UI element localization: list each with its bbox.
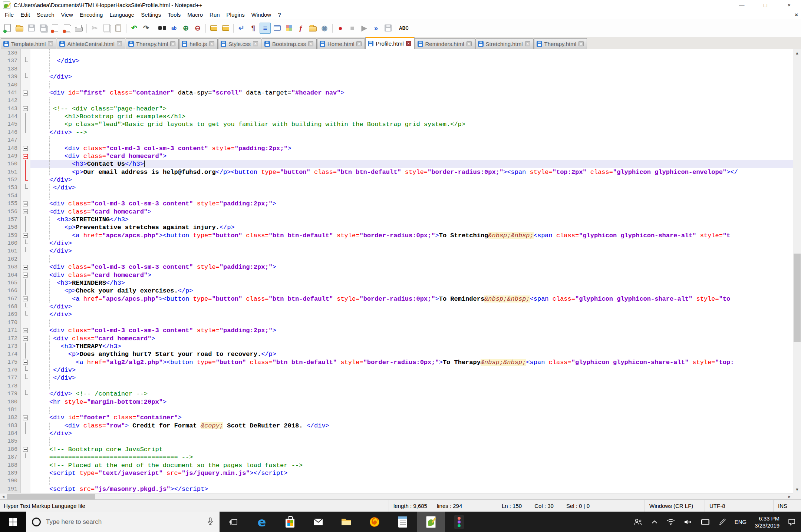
sync-horizontal-scrolling-icon[interactable]: [220, 23, 231, 34]
tab-Template.html[interactable]: Template.html×: [1, 38, 56, 49]
action-center-icon[interactable]: [788, 518, 796, 526]
code-line[interactable]: 141 <div id="first" class="container" da…: [0, 89, 793, 97]
code-line[interactable]: 157 <h3>STRETCHING</h3>: [0, 216, 793, 224]
menu-encoding[interactable]: Encoding: [76, 11, 106, 19]
fold-margin[interactable]: [21, 374, 30, 382]
fold-margin[interactable]: [21, 216, 30, 224]
line-number[interactable]: 150: [0, 160, 21, 168]
close-all-icon[interactable]: [61, 23, 72, 34]
zoom-in-icon[interactable]: ⊕: [180, 23, 191, 34]
line-number[interactable]: 186: [0, 446, 21, 453]
line-number[interactable]: 169: [0, 311, 21, 318]
line-number[interactable]: 168: [0, 303, 21, 311]
fold-margin[interactable]: [21, 176, 30, 184]
fold-margin[interactable]: [21, 113, 30, 120]
macro-play-icon[interactable]: ▶: [359, 23, 370, 34]
scroll-up-icon[interactable]: ▲: [793, 49, 801, 57]
tab-Profile.html[interactable]: Profile.html×: [365, 37, 414, 49]
line-number[interactable]: 140: [0, 81, 21, 89]
menu-macro[interactable]: Macro: [184, 11, 206, 19]
macro-record-icon[interactable]: ●: [335, 23, 346, 34]
fold-margin[interactable]: [21, 430, 30, 437]
indent-guide-icon[interactable]: ≡: [260, 23, 271, 34]
line-number[interactable]: 137: [0, 57, 21, 65]
vertical-scrollbar[interactable]: ▲ ▼: [793, 49, 801, 493]
copy-icon[interactable]: [101, 23, 112, 34]
code-line[interactable]: 145 <p class="lead">Basic grid layouts t…: [0, 120, 793, 128]
code-line[interactable]: 176 </div>: [0, 366, 793, 374]
close-tab-icon[interactable]: ×: [117, 41, 122, 46]
menu-tools[interactable]: Tools: [164, 11, 184, 19]
fold-margin[interactable]: [21, 446, 30, 453]
tab-AthleteCentral.html[interactable]: AthleteCentral.html×: [57, 38, 125, 49]
fold-margin[interactable]: [21, 311, 30, 318]
line-number[interactable]: 158: [0, 224, 21, 231]
code-line[interactable]: 184 </div>: [0, 430, 793, 437]
menu-plugins[interactable]: Plugins: [223, 11, 248, 19]
code-line[interactable]: 146 </div> -->: [0, 129, 793, 136]
code-line[interactable]: 162: [0, 255, 793, 263]
code-editor[interactable]: 136137 </div>138139 </div>140141 <div id…: [0, 49, 801, 493]
fold-margin[interactable]: [21, 422, 30, 430]
horizontal-scrollbar[interactable]: ◄ ►: [0, 493, 793, 499]
code-line[interactable]: 179 </div> <!-- /container -->: [0, 390, 793, 398]
close-tab-icon[interactable]: ×: [356, 41, 362, 46]
code-line[interactable]: 183 <div class="row"> Credit for Format …: [0, 422, 793, 430]
line-number[interactable]: 139: [0, 73, 21, 81]
save-icon[interactable]: [26, 23, 37, 34]
code-line[interactable]: 143 <!-- <div class="page-header">: [0, 105, 793, 113]
fold-margin[interactable]: [21, 366, 30, 374]
function-list-icon[interactable]: ƒ: [295, 23, 306, 34]
fold-margin[interactable]: [21, 247, 30, 255]
line-number[interactable]: 148: [0, 145, 21, 152]
fold-margin[interactable]: [21, 152, 30, 160]
close-tab-icon[interactable]: ×: [467, 41, 472, 46]
line-number[interactable]: 164: [0, 271, 21, 279]
code-line[interactable]: 174 <p>Does anything hurt? Start your ro…: [0, 350, 793, 358]
code-area[interactable]: 136137 </div>138139 </div>140141 <div id…: [0, 49, 793, 493]
fold-margin[interactable]: [21, 239, 30, 247]
line-number[interactable]: 157: [0, 216, 21, 224]
line-number[interactable]: 151: [0, 168, 21, 176]
line-number[interactable]: 175: [0, 358, 21, 366]
folder-as-workspace-icon[interactable]: [307, 23, 318, 34]
fold-margin[interactable]: [21, 224, 30, 231]
code-line[interactable]: 148 <div class="col-md-3 col-sm-3 conten…: [0, 145, 793, 152]
figma-button[interactable]: [445, 512, 473, 532]
tablet-mode-icon[interactable]: [701, 518, 710, 526]
close-tab-icon[interactable]: ×: [209, 41, 214, 46]
line-number[interactable]: 136: [0, 49, 21, 57]
line-number[interactable]: 185: [0, 437, 21, 445]
fold-margin[interactable]: [21, 168, 30, 176]
line-number[interactable]: 181: [0, 406, 21, 414]
menu-file[interactable]: File: [1, 11, 17, 19]
line-number[interactable]: 143: [0, 105, 21, 113]
volume-muted-icon[interactable]: [683, 518, 692, 526]
tab-Stretching.html[interactable]: Stretching.html×: [475, 38, 534, 49]
line-number[interactable]: 162: [0, 255, 21, 263]
close-document-icon[interactable]: ×: [795, 11, 798, 18]
fold-margin[interactable]: [21, 208, 30, 216]
menu-search[interactable]: Search: [33, 11, 58, 19]
code-line[interactable]: 191 <script src="js/masonry.pkgd.js"></s…: [0, 485, 793, 493]
code-line[interactable]: 151 <p>Our email address is help@fuhsd.o…: [0, 168, 793, 176]
menu-edit[interactable]: Edit: [17, 11, 33, 19]
microphone-icon[interactable]: [206, 517, 214, 527]
code-line[interactable]: 158 <p>Preventative stretches against in…: [0, 224, 793, 231]
fold-margin[interactable]: [21, 105, 30, 113]
document-map-icon[interactable]: [271, 23, 283, 34]
fold-margin[interactable]: [21, 303, 30, 311]
line-number[interactable]: 183: [0, 422, 21, 430]
maximize-button[interactable]: □: [754, 0, 777, 10]
paste-icon[interactable]: [113, 23, 124, 34]
fold-margin[interactable]: [21, 414, 30, 422]
clock[interactable]: 6:33 PM 3/23/2019: [755, 515, 779, 529]
code-line[interactable]: 160 </div>: [0, 239, 793, 247]
line-number[interactable]: 174: [0, 350, 21, 358]
line-number[interactable]: 173: [0, 343, 21, 350]
fold-margin[interactable]: [21, 390, 30, 398]
task-view-button[interactable]: [220, 512, 248, 532]
edge-button[interactable]: e: [248, 512, 276, 532]
menu-run[interactable]: Run: [206, 11, 223, 19]
notepad-plus-plus-taskbar-button[interactable]: [417, 512, 445, 532]
